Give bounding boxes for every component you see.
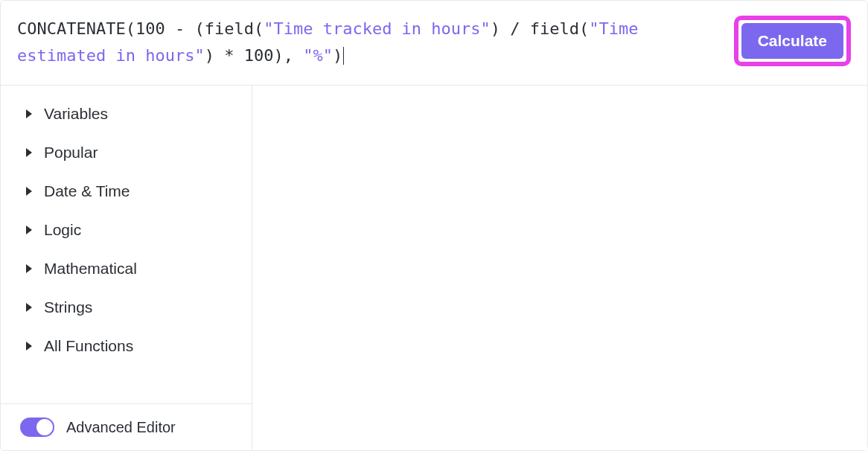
caret-right-icon [26,109,32,118]
formula-token-fn: field [530,19,579,38]
formula-token-num: 100 [135,19,165,38]
content-panel [252,86,867,450]
formula-token-punc: ( [126,19,135,38]
formula-token-fn: field [205,19,254,38]
formula-token-punc: ) [333,46,342,65]
formula-token-punc: ) [491,19,500,38]
formula-token-fn: CONCATENATE [17,19,126,38]
main-area: VariablesPopularDate & TimeLogicMathemat… [1,86,867,450]
formula-token-punc: ) [205,46,214,65]
formula-token-str: "%" [303,46,333,65]
category-label: Mathematical [44,260,137,278]
formula-token-punc: , [284,46,304,65]
formula-input[interactable]: CONCATENATE(100 - (field("Time tracked i… [17,16,719,70]
advanced-editor-bar: Advanced Editor [1,403,252,450]
formula-token-punc: ( [254,19,264,38]
sidebar: VariablesPopularDate & TimeLogicMathemat… [1,86,252,450]
category-item-mathematical[interactable]: Mathematical [1,249,252,288]
calculate-highlight: Calculate [734,16,851,66]
caret-right-icon [26,342,32,351]
caret-right-icon [26,226,32,234]
category-item-logic[interactable]: Logic [1,211,252,249]
category-label: All Functions [44,337,133,355]
category-item-all-functions[interactable]: All Functions [1,327,252,365]
category-item-date-time[interactable]: Date & Time [1,172,252,211]
category-label: Popular [44,144,98,161]
category-list: VariablesPopularDate & TimeLogicMathemat… [1,86,252,403]
formula-token-punc: ( [194,19,204,38]
text-cursor [343,47,344,65]
category-label: Date & Time [44,182,130,200]
formula-token-punc: ) [273,46,283,65]
advanced-editor-toggle[interactable] [20,418,54,437]
formula-token-num: 100 [244,46,274,65]
caret-right-icon [26,303,32,312]
caret-right-icon [26,187,32,196]
formula-token-punc: - [165,19,195,38]
toggle-knob [36,419,53,435]
advanced-editor-label: Advanced Editor [66,419,176,436]
category-label: Variables [44,105,108,123]
formula-token-punc: ( [579,19,589,38]
caret-right-icon [26,264,32,273]
category-label: Strings [44,298,92,316]
category-item-popular[interactable]: Popular [1,133,252,172]
category-item-strings[interactable]: Strings [1,288,252,327]
formula-bar: CONCATENATE(100 - (field("Time tracked i… [1,1,867,86]
formula-token-punc: / [500,19,530,38]
formula-token-str: "Time tracked in hours" [264,19,491,38]
category-label: Logic [44,221,81,239]
calculate-button[interactable]: Calculate [741,23,843,59]
category-item-variables[interactable]: Variables [1,95,252,133]
formula-token-punc: * [214,46,244,65]
caret-right-icon [26,148,32,157]
